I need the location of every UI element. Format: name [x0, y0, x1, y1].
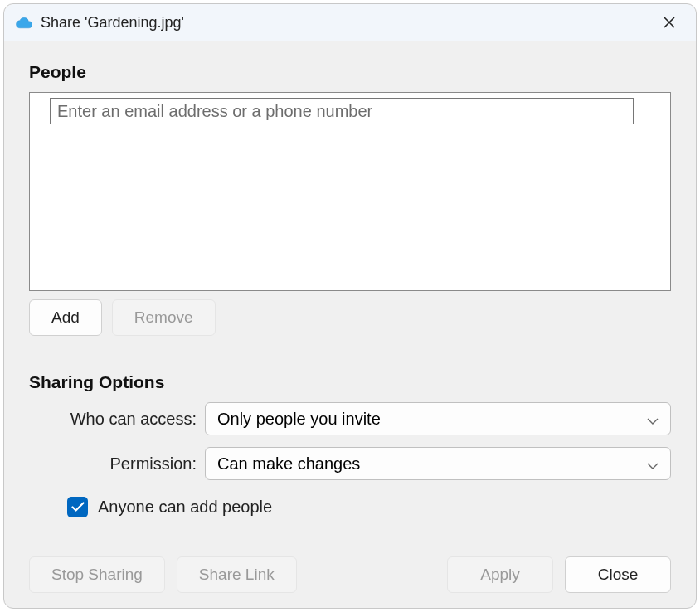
people-list — [29, 92, 671, 291]
footer-spacer — [309, 556, 435, 593]
close-icon[interactable] — [654, 7, 684, 37]
anyone-add-row: Anyone can add people — [29, 497, 671, 517]
anyone-add-checkbox[interactable] — [67, 497, 88, 517]
permission-label: Permission: — [29, 454, 205, 474]
access-value: Only people you invite — [217, 410, 381, 429]
chevron-down-icon — [647, 410, 659, 429]
stop-sharing-button[interactable]: Stop Sharing — [29, 556, 165, 593]
close-button[interactable]: Close — [565, 556, 671, 593]
access-dropdown[interactable]: Only people you invite — [205, 402, 671, 435]
share-link-button[interactable]: Share Link — [177, 556, 297, 593]
access-label: Who can access: — [29, 410, 205, 429]
email-input[interactable] — [50, 98, 634, 124]
content-area: People Add Remove Sharing Options Who ca… — [4, 41, 696, 608]
remove-button[interactable]: Remove — [112, 299, 216, 336]
access-row: Who can access: Only people you invite — [29, 402, 671, 435]
permission-value: Can make changes — [217, 454, 360, 474]
sharing-options-section: Sharing Options Who can access: Only peo… — [29, 372, 671, 517]
titlebar: Share 'Gardening.jpg' — [4, 4, 696, 41]
apply-button[interactable]: Apply — [447, 556, 553, 593]
footer-buttons: Stop Sharing Share Link Apply Close — [29, 540, 671, 593]
share-dialog: Share 'Gardening.jpg' People Add Remove … — [3, 3, 697, 609]
permission-dropdown[interactable]: Can make changes — [205, 447, 671, 480]
chevron-down-icon — [647, 454, 659, 474]
icloud-icon — [16, 14, 32, 31]
add-button[interactable]: Add — [29, 299, 102, 336]
people-buttons-row: Add Remove — [29, 299, 671, 336]
window-title: Share 'Gardening.jpg' — [41, 14, 654, 32]
anyone-add-label: Anyone can add people — [98, 498, 272, 517]
permission-row: Permission: Can make changes — [29, 447, 671, 480]
sharing-options-header: Sharing Options — [29, 372, 671, 392]
people-header: People — [29, 62, 671, 82]
